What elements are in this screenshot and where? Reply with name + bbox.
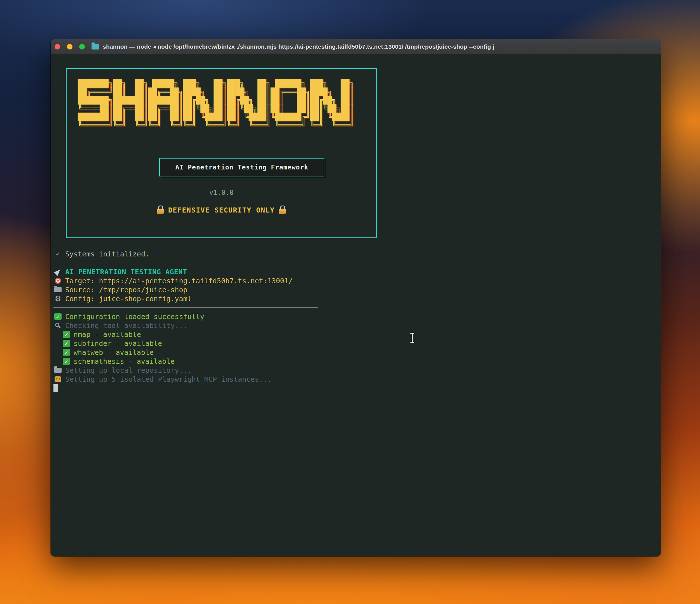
lock-icon — [279, 209, 286, 214]
blank-line — [53, 258, 318, 267]
title-area: shannon — node ◂ node /opt/homebrew/bin/… — [92, 39, 657, 54]
proxy-folder-icon[interactable] — [92, 44, 99, 50]
version-label: v1.0.0 — [67, 189, 376, 196]
log-target: Target: https://ai-pentesting.tailfd50b7… — [53, 276, 318, 285]
magnifier-icon — [53, 323, 62, 328]
log-source: Source: /tmp/repos/juice-shop — [53, 285, 318, 294]
log-tool-nmap: ✓ nmap - available — [62, 330, 318, 339]
masks-icon — [53, 376, 62, 382]
framework-label: AI Penetration Testing Framework — [175, 164, 308, 171]
close-button[interactable] — [55, 44, 60, 50]
check-square-icon: ✓ — [62, 349, 71, 356]
check-square-icon: ✓ — [53, 313, 62, 320]
traffic-lights — [51, 44, 85, 50]
log-systems-initialized: ✓ Systems initialized. — [53, 250, 318, 258]
log-text: AI PENETRATION TESTING AGENT — [65, 268, 187, 276]
security-notice: DEFENSIVE SECURITY ONLY — [67, 206, 376, 214]
log-tool-schemathesis: ✓ schemathesis - available — [62, 357, 318, 366]
rocket-icon — [53, 269, 62, 275]
log-text: Checking tool availability... — [65, 321, 188, 330]
terminal-cursor — [53, 384, 58, 392]
log-text: Setting up local repository... — [65, 366, 192, 374]
log-repo-setup: Setting up local repository... — [53, 366, 318, 375]
log-tool-subfinder: ✓ subfinder - available — [62, 339, 318, 348]
log-text: subfinder - available — [74, 339, 162, 348]
log-config-loaded: ✓ Configuration loaded successfully — [53, 312, 318, 321]
minimize-button[interactable] — [67, 44, 73, 50]
window-title: shannon — node ◂ node /opt/homebrew/bin/… — [103, 43, 494, 50]
folder-icon — [53, 287, 62, 292]
terminal-window: shannon — node ◂ node /opt/homebrew/bin/… — [51, 39, 661, 556]
check-square-icon: ✓ — [62, 331, 71, 338]
log-text: Source: /tmp/repos/juice-shop — [65, 286, 188, 294]
zoom-button[interactable] — [79, 44, 85, 50]
log-text: Setting up 5 isolated Playwright MCP ins… — [65, 375, 272, 384]
log-text: schemathesis - available — [74, 357, 175, 366]
log-text: Target: https://ai-pentesting.tailfd50b7… — [65, 277, 293, 285]
security-notice-text: DEFENSIVE SECURITY ONLY — [168, 206, 275, 214]
titlebar[interactable]: shannon — node ◂ node /opt/homebrew/bin/… — [51, 39, 661, 54]
shannon-ascii-logo: ███████╗██╗ ██╗ █████╗ ███╗ ██╗███╗ ██╗ … — [78, 79, 376, 129]
log-text: whatweb - available — [74, 348, 154, 357]
log-checking-tools: Checking tool availability... — [53, 321, 318, 330]
log-divider — [53, 303, 318, 312]
log-agent-header: AI PENETRATION TESTING AGENT — [53, 267, 318, 276]
divider — [53, 307, 318, 308]
check-icon: ✓ — [53, 251, 62, 257]
check-square-icon: ✓ — [62, 358, 71, 365]
log-text: Config: juice-shop-config.yaml — [65, 295, 192, 303]
log-text: nmap - available — [74, 331, 141, 339]
cursor-line — [53, 384, 318, 393]
terminal-content[interactable]: ███████╗██╗ ██╗ █████╗ ███╗ ██╗███╗ ██╗ … — [51, 54, 661, 556]
terminal-log: ✓ Systems initialized. AI PENETRATION TE… — [53, 250, 318, 393]
check-square-icon: ✓ — [62, 340, 71, 347]
log-text: Systems initialized. — [65, 250, 149, 258]
gear-icon: ⚙ — [53, 294, 62, 303]
log-playwright-setup: Setting up 5 isolated Playwright MCP ins… — [53, 375, 318, 384]
banner-box: ███████╗██╗ ██╗ █████╗ ███╗ ██╗███╗ ██╗ … — [66, 68, 377, 238]
log-text: Configuration loaded successfully — [65, 313, 204, 321]
framework-label-box: AI Penetration Testing Framework — [159, 158, 324, 177]
folder-icon — [53, 368, 62, 373]
mouse-cursor-ibeam — [412, 334, 413, 342]
target-icon — [53, 278, 62, 284]
log-config: ⚙ Config: juice-shop-config.yaml — [53, 294, 318, 303]
lock-icon — [157, 209, 164, 214]
log-tool-whatweb: ✓ whatweb - available — [62, 348, 318, 357]
